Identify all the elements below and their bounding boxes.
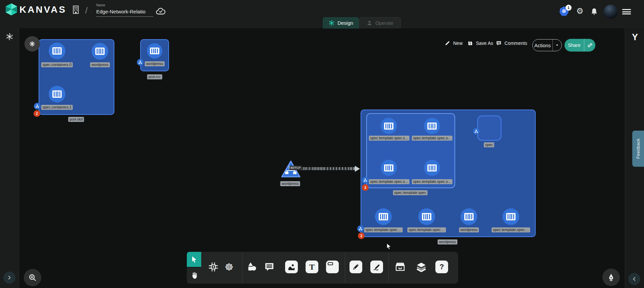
node-bottom-container-1[interactable]: [418, 208, 435, 225]
new-button-label: New: [453, 41, 463, 46]
group-settings-gear-button[interactable]: [24, 36, 40, 52]
node-template-container-3[interactable]: [424, 160, 440, 176]
layers-tool-button[interactable]: [414, 260, 429, 274]
zoom-search-button[interactable]: [24, 269, 41, 286]
node-bottom-container-3[interactable]: [502, 208, 519, 225]
text-tool-button[interactable]: T: [305, 260, 319, 274]
node-spec-containers-1[interactable]: [49, 86, 65, 102]
share-button-label: Share: [565, 43, 584, 48]
node-template-container-0[interactable]: [381, 118, 397, 134]
select-tool-button[interactable]: [187, 252, 201, 267]
relationship-badge[interactable]: [473, 128, 480, 135]
new-button[interactable]: New: [444, 40, 463, 46]
magnifier-plus-icon: [28, 273, 37, 282]
help-tool-button[interactable]: ?: [434, 260, 449, 274]
error-badge[interactable]: 2: [34, 110, 40, 117]
settings-gear-icon[interactable]: ⚙: [576, 6, 584, 16]
pencil-sketch-tool-button[interactable]: [369, 260, 384, 274]
operate-person-icon: [366, 20, 373, 26]
error-badge[interactable]: 3: [358, 232, 365, 239]
brand-wordmark: KANVAS: [19, 4, 66, 15]
share-button[interactable]: Share: [565, 39, 595, 52]
comment-tool-button[interactable]: [262, 260, 277, 274]
container-icon: [150, 48, 159, 54]
edge-pen-tool-button[interactable]: [348, 260, 363, 274]
app-header: KANVAS / Name Design Operate ☸ 1 ⚙: [0, 0, 644, 28]
copy-link-icon[interactable]: [587, 42, 593, 48]
right-panel-y-glyph[interactable]: Y: [632, 32, 638, 43]
node-label: wordpress: [459, 227, 479, 232]
node-bottom-container-0[interactable]: [375, 208, 392, 225]
node-wordpress-container[interactable]: [92, 43, 108, 60]
floppy-icon: [467, 40, 473, 46]
lan-icon: [474, 129, 478, 133]
tab-operate-label: Operate: [375, 20, 393, 26]
collapse-right-panel-button[interactable]: [628, 273, 640, 285]
node-wordpress-container[interactable]: [147, 43, 162, 59]
node-label: spec.template.spec....: [492, 227, 530, 232]
feedback-tab[interactable]: Feedback: [632, 131, 644, 167]
node-spec[interactable]: [477, 116, 501, 141]
container-icon: [427, 123, 437, 130]
cursor-icon: [190, 256, 198, 264]
feedback-label: Feedback: [636, 138, 641, 159]
caret-down-icon[interactable]: [554, 43, 560, 48]
pan-tool-button[interactable]: [187, 267, 201, 284]
node-template-container-2[interactable]: [381, 160, 397, 176]
drawer-tool-button[interactable]: [393, 260, 408, 274]
actions-button[interactable]: Actions: [532, 39, 562, 51]
relationship-badge[interactable]: [357, 225, 364, 232]
shapes-icon: [246, 261, 258, 273]
breadcrumb-separator: /: [85, 5, 88, 16]
kubernetes-context-count: 1: [566, 5, 572, 11]
node-label: spec.template.spec....: [408, 227, 446, 232]
actions-button-label: Actions: [533, 43, 552, 48]
node-template-container-1[interactable]: [424, 118, 440, 134]
comments-button[interactable]: Comments: [496, 40, 527, 46]
container-icon: [52, 90, 62, 98]
relationship-badge[interactable]: [137, 59, 144, 66]
save-as-button[interactable]: Save As: [467, 40, 493, 46]
menu-hamburger-icon[interactable]: [622, 9, 631, 14]
edge-service-to-deployment[interactable]: [302, 167, 355, 170]
node-label: spec.template.spec.s...: [412, 179, 452, 184]
organization-icon[interactable]: [71, 5, 81, 15]
text-T-icon: T: [306, 261, 318, 273]
node-label: wordpress: [145, 61, 165, 66]
note-icon: [326, 261, 339, 273]
image-icon: [287, 263, 296, 271]
user-avatar[interactable]: [604, 5, 618, 19]
tab-design[interactable]: Design: [323, 17, 359, 28]
node-spec-containers-0[interactable]: [49, 43, 65, 59]
design-name-input[interactable]: [96, 8, 153, 17]
node-label: spec.template.spec....: [364, 227, 403, 232]
node-label: spec.template.spec.s...: [412, 136, 452, 141]
image-tool-button[interactable]: [284, 260, 299, 274]
container-icon: [427, 164, 437, 171]
note-tool-button[interactable]: [325, 260, 340, 274]
error-badge[interactable]: 3: [362, 184, 369, 191]
comments-button-label: Comments: [504, 41, 527, 46]
kanvas-logo-icon[interactable]: [5, 3, 18, 16]
node-label: spec.containers.1: [41, 105, 73, 110]
meshery-spiral-icon[interactable]: [6, 33, 13, 41]
shapes-tool-button[interactable]: [245, 260, 259, 274]
pencil-icon: [444, 40, 450, 46]
group-spec-template-spec[interactable]: [366, 113, 455, 188]
expand-left-panel-button[interactable]: [3, 272, 15, 284]
relationship-badge[interactable]: [362, 177, 369, 184]
drawer-archive-icon: [394, 261, 406, 273]
node-label: wordpress: [90, 62, 110, 67]
kubernetes-tool-button[interactable]: ☸: [222, 260, 236, 274]
chevron-left-icon: [632, 276, 637, 282]
tab-operate[interactable]: Operate: [359, 17, 401, 28]
notifications-bell-icon[interactable]: [590, 7, 599, 16]
container-icon: [95, 48, 105, 55]
components-tool-button[interactable]: [206, 260, 221, 274]
relationship-badge[interactable]: [34, 103, 41, 110]
chevron-right-icon: [7, 275, 12, 280]
node-bottom-container-2[interactable]: [461, 208, 477, 225]
container-icon: [464, 213, 474, 220]
comment-icon: [264, 261, 275, 273]
design-pen-mode-button[interactable]: [602, 269, 620, 286]
